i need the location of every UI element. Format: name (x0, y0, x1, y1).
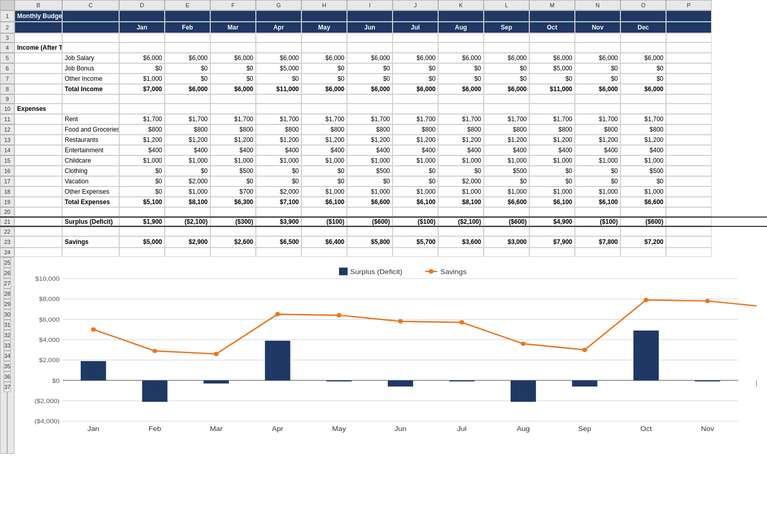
r1-o (620, 10, 666, 22)
month-nov: Nov (575, 22, 620, 33)
sav-aug: $3,600 (438, 236, 484, 248)
exp-label-4: Childcare (62, 155, 119, 166)
svg-text:Aug: Aug (517, 425, 530, 433)
exp-2-11: $1,200 (620, 135, 666, 145)
inc-0-1: $6,000 (165, 53, 210, 63)
row-3: 3 (0, 33, 767, 42)
r4-m (529, 42, 575, 53)
income-row-0: 5Job Salary$6,000$6,000$6,000$6,000$6,00… (0, 53, 767, 63)
r4-p (666, 42, 712, 53)
s-apr: $3,900 (256, 218, 301, 226)
exp-label-6: Vacation (62, 176, 119, 186)
te-feb: $8,100 (165, 197, 210, 207)
svg-text:Apr: Apr (272, 425, 284, 433)
svg-point-36 (521, 341, 526, 346)
exp-2-5: $1,200 (347, 135, 393, 145)
sav-jul: $5,700 (393, 236, 438, 248)
ti-aug: $6,000 (438, 84, 484, 94)
total-expenses-row: 19 Total Expenses $5,100 $8,100 $6,300 $… (0, 197, 767, 207)
svg-text:$0: $0 (52, 377, 60, 384)
exp-1-11: $800 (620, 124, 666, 135)
r1-e (165, 10, 210, 22)
s-dec: ($600) (620, 218, 666, 226)
r1-h (301, 10, 347, 22)
col-headers-row: B C D E F G H I J K L M N O P (0, 0, 767, 10)
r4-d (119, 42, 165, 53)
exp-7-0: $0 (119, 186, 165, 197)
r3-j (393, 33, 438, 42)
exp-3-10: $400 (575, 145, 620, 155)
month-sep: Sep (484, 22, 529, 33)
exp-0-6: $1,700 (393, 114, 438, 124)
svg-rect-17 (81, 361, 106, 380)
rownum-8: 8 (0, 84, 15, 94)
svg-text:Nov: Nov (701, 425, 714, 433)
svg-rect-21 (326, 380, 352, 381)
rownum-13: 13 (0, 135, 15, 145)
row-9: 9 (0, 94, 767, 104)
inc-1-4: $0 (301, 63, 347, 74)
te-jun: $6,600 (347, 197, 393, 207)
row-4: 4 Income (After Taxes) (0, 42, 767, 53)
inc-0-5: $6,000 (347, 53, 393, 63)
ti-apr: $11,000 (256, 84, 301, 94)
svg-text:May: May (332, 425, 346, 433)
month-may: May (301, 22, 347, 33)
r3-m (529, 33, 575, 42)
r3-i (347, 33, 393, 42)
ti-feb: $6,000 (165, 84, 210, 94)
inc-2-3: $0 (256, 74, 301, 84)
r3-l (484, 33, 529, 42)
expense-row-5: 16Clothing$0$0$500$0$0$500$0$0$500$0$0$5… (0, 166, 767, 176)
ti-dec: $6,000 (620, 84, 666, 94)
exp-4-4: $1,000 (301, 155, 347, 166)
exp-4-8: $1,000 (484, 155, 529, 166)
expense-row-7: 18Other Expenses$0$1,000$700$2,000$1,000… (0, 186, 767, 197)
exp-3-4: $400 (301, 145, 347, 155)
exp-3-11: $400 (620, 145, 666, 155)
exp-3-3: $400 (256, 145, 301, 155)
exp-4-11: $1,000 (620, 155, 666, 166)
col-k: K (438, 0, 484, 10)
exp-7-7: $1,000 (438, 186, 484, 197)
col-j: J (393, 0, 438, 10)
total-expenses-label: Total Expenses (62, 197, 119, 207)
sav-jun: $5,800 (347, 236, 393, 248)
month-dec: Dec (620, 22, 666, 33)
exp-0-10: $1,700 (575, 114, 620, 124)
sav-nov: $7,800 (575, 236, 620, 248)
month-jul: Jul (393, 22, 438, 33)
s-sep: ($600) (484, 218, 529, 226)
r3-e (165, 33, 210, 42)
exp-5-9: $0 (529, 166, 575, 176)
rownum-24: 24 (0, 248, 15, 257)
savings-label: Savings (62, 236, 119, 248)
rownum-chart: 25 26 27 28 29 30 31 32 33 34 35 36 37 (0, 257, 15, 454)
inc-0-3: $6,000 (256, 53, 301, 63)
exp-6-1: $2,000 (165, 176, 210, 186)
savings-row: 23 Savings $5,000 $2,900 $2,600 $6,500 $… (0, 236, 767, 248)
rownum-20: 20 (0, 207, 15, 217)
corner-cell (0, 0, 15, 10)
inc-label-b-2 (15, 74, 62, 84)
col-b: B (15, 0, 62, 10)
sav-feb: $2,900 (165, 236, 210, 248)
r3-d (119, 33, 165, 42)
te-nov: $6,100 (575, 197, 620, 207)
exp-3-0: $400 (119, 145, 165, 155)
svg-point-34 (398, 319, 402, 323)
ti-p (666, 84, 712, 94)
inc-0-0: $6,000 (119, 53, 165, 63)
r1-j (393, 10, 438, 22)
exp-4-9: $1,000 (529, 155, 575, 166)
exp-2-8: $1,200 (484, 135, 529, 145)
inc-2-8: $0 (484, 74, 529, 84)
svg-rect-22 (388, 380, 413, 386)
svg-text:$4,000: $4,000 (39, 337, 60, 343)
exp-label-5: Clothing (62, 166, 119, 176)
inc-2-0: $1,000 (119, 74, 165, 84)
exp-2-10: $1,200 (575, 135, 620, 145)
te-jul: $6,100 (393, 197, 438, 207)
svg-text:$8,000: $8,000 (39, 296, 60, 303)
r1-m (529, 10, 575, 22)
